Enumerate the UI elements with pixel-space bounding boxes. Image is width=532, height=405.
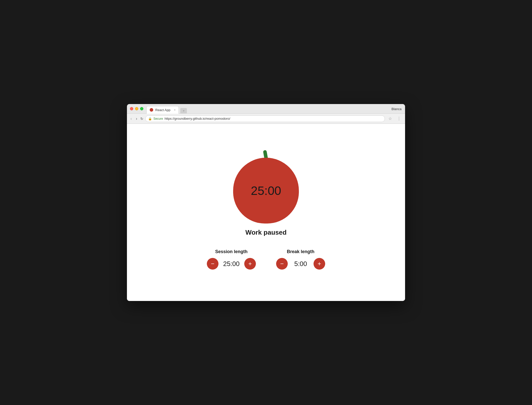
tab-bar: React App × + (146, 104, 187, 114)
session-row: − 25:00 + (207, 258, 256, 270)
close-button[interactable] (130, 107, 133, 110)
traffic-lights (130, 107, 143, 110)
status-text: Work paused (246, 229, 287, 236)
new-tab-button[interactable]: + (180, 108, 187, 114)
back-button[interactable]: ‹ (129, 116, 133, 122)
url-text: https://groundberry.github.io/react-pomo… (165, 117, 230, 120)
refresh-button[interactable]: ↻ (140, 117, 143, 121)
maximize-button[interactable] (140, 107, 143, 110)
session-decrement-button[interactable]: − (207, 258, 218, 270)
session-increment-button[interactable]: + (244, 258, 256, 270)
break-increment-button[interactable]: + (314, 258, 325, 270)
forward-button[interactable]: › (135, 116, 138, 122)
address-bar: ‹ › ↻ 🔒 Secure https://groundberry.githu… (127, 114, 405, 124)
timer-display[interactable]: 25:00 (233, 158, 299, 224)
tab-title: React App (155, 108, 170, 112)
break-decrement-button[interactable]: − (276, 258, 288, 270)
break-value: 5:00 (292, 260, 309, 268)
break-label: Break length (287, 249, 314, 254)
minimize-button[interactable] (135, 107, 138, 110)
break-control: Break length − 5:00 + (276, 249, 325, 270)
controls: Session length − 25:00 + Break length − … (207, 249, 325, 270)
break-row: − 5:00 + (276, 258, 325, 270)
title-bar: React App × + Blanca (127, 104, 405, 114)
more-options-icon[interactable]: ⋮ (395, 116, 403, 122)
session-label: Session length (215, 249, 248, 254)
tab-favicon (150, 108, 153, 112)
session-control: Session length − 25:00 + (207, 249, 256, 270)
page-content: 25:00 Work paused Session length − 25:00… (127, 124, 405, 301)
secure-icon: 🔒 (148, 117, 152, 120)
url-bar[interactable]: 🔒 Secure https://groundberry.github.io/r… (145, 115, 385, 122)
secure-label: Secure (153, 117, 163, 120)
tab-close-icon[interactable]: × (174, 108, 175, 111)
browser-window: React App × + Blanca ‹ › ↻ 🔒 Secure http… (127, 104, 405, 301)
active-tab[interactable]: React App × (146, 106, 179, 114)
bookmark-icon[interactable]: ☆ (387, 116, 393, 122)
session-value: 25:00 (223, 260, 240, 268)
tomato-container[interactable]: 25:00 (231, 150, 301, 224)
user-name: Blanca (391, 107, 402, 111)
